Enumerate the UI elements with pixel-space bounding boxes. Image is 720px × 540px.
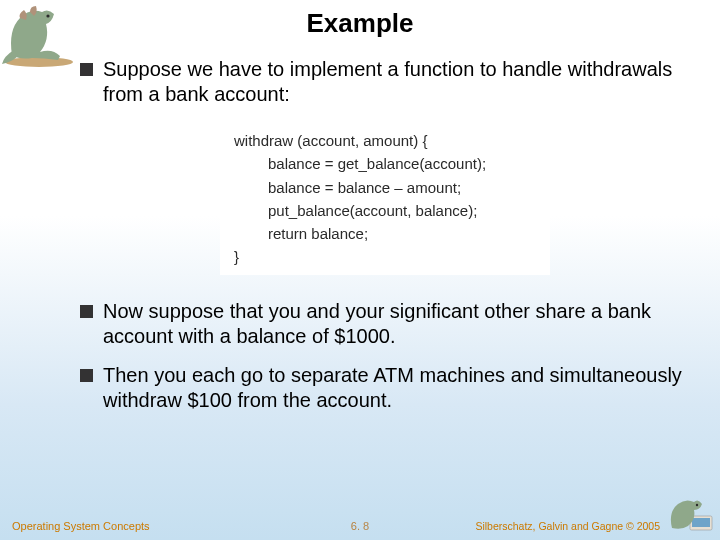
footer-page-number: 6. 8 (351, 520, 369, 532)
bullet-square-icon (80, 369, 93, 382)
slide-content: Suppose we have to implement a function … (0, 57, 720, 413)
footer-left-text: Operating System Concepts (12, 520, 150, 532)
code-line: withdraw (account, amount) { (234, 129, 540, 152)
code-line: return balance; (234, 222, 540, 245)
svg-point-1 (46, 14, 49, 17)
bullet-square-icon (80, 305, 93, 318)
bullet-text: Now suppose that you and your significan… (103, 299, 690, 349)
bullet-square-icon (80, 63, 93, 76)
bullet-text: Then you each go to separate ATM machine… (103, 363, 690, 413)
svg-point-4 (696, 504, 698, 506)
footer-copyright: Silberschatz, Galvin and Gagne © 2005 (475, 520, 660, 532)
slide-footer: Operating System Concepts 6. 8 Silbersch… (0, 520, 720, 532)
dinosaur-illustration-top-left (0, 0, 78, 68)
code-line: } (234, 245, 540, 268)
bullet-item: Now suppose that you and your significan… (80, 299, 690, 349)
svg-point-0 (5, 57, 73, 67)
code-snippet: withdraw (account, amount) { balance = g… (220, 121, 550, 275)
bullet-item: Then you each go to separate ATM machine… (80, 363, 690, 413)
code-line: balance = balance – amount; (234, 176, 540, 199)
slide-title: Example (0, 0, 720, 57)
code-line: put_balance(account, balance); (234, 199, 540, 222)
bullet-item: Suppose we have to implement a function … (80, 57, 690, 107)
bullet-text: Suppose we have to implement a function … (103, 57, 690, 107)
code-line: balance = get_balance(account); (234, 152, 540, 175)
